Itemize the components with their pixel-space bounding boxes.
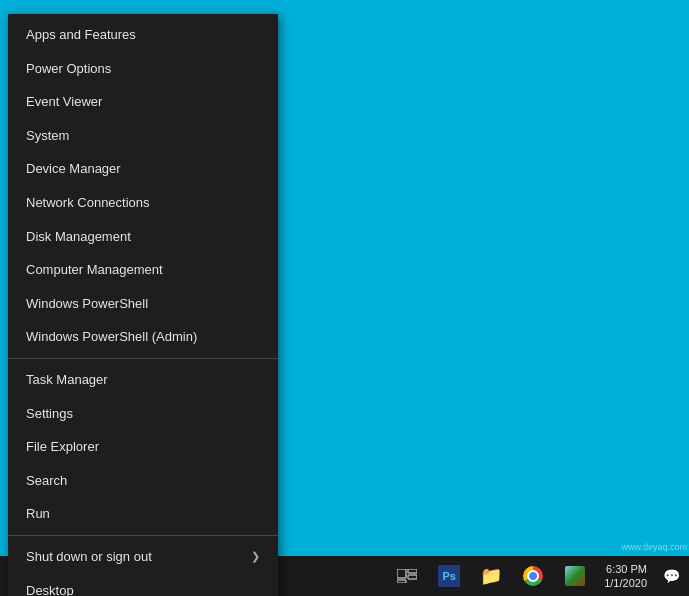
file-explorer-button[interactable]: 📁 (470, 557, 512, 595)
task-view-icon (397, 569, 417, 583)
watermark: www.deyaq.com (621, 542, 687, 552)
menu-item-windows-powershell[interactable]: Windows PowerShell (8, 287, 278, 321)
menu-item-desktop[interactable]: Desktop (8, 574, 278, 597)
menu-item-shut-down[interactable]: Shut down or sign out ❯ (8, 540, 278, 574)
folder-icon: 📁 (480, 565, 502, 587)
photos-icon (565, 566, 585, 586)
chrome-icon (523, 566, 543, 586)
taskbar-time: 6:30 PM (606, 562, 647, 576)
menu-item-event-viewer[interactable]: Event Viewer (8, 85, 278, 119)
svg-rect-2 (408, 575, 417, 579)
svg-rect-0 (397, 569, 406, 578)
menu-divider-2 (8, 535, 278, 536)
taskbar-apps: Ps 📁 (386, 557, 596, 595)
menu-item-apps-features[interactable]: Apps and Features (8, 18, 278, 52)
menu-item-file-explorer[interactable]: File Explorer (8, 430, 278, 464)
menu-item-power-options[interactable]: Power Options (8, 52, 278, 86)
notification-button[interactable]: 💬 (657, 557, 685, 595)
menu-item-computer-management[interactable]: Computer Management (8, 253, 278, 287)
chevron-right-icon: ❯ (251, 550, 260, 563)
menu-item-run[interactable]: Run (8, 497, 278, 531)
system-tray: 6:30 PM 1/1/2020 💬 (596, 557, 689, 595)
chrome-button[interactable] (512, 557, 554, 595)
desktop: Apps and Features Power Options Event Vi… (0, 0, 689, 596)
photoshop-button[interactable]: Ps (428, 557, 470, 595)
context-menu: Apps and Features Power Options Event Vi… (8, 14, 278, 596)
menu-item-device-manager[interactable]: Device Manager (8, 152, 278, 186)
photoshop-icon: Ps (438, 565, 460, 587)
photos-button[interactable] (554, 557, 596, 595)
svg-rect-1 (408, 569, 417, 573)
svg-rect-3 (397, 580, 406, 583)
menu-item-windows-powershell-admin[interactable]: Windows PowerShell (Admin) (8, 320, 278, 354)
menu-item-task-manager[interactable]: Task Manager (8, 363, 278, 397)
task-view-button[interactable] (386, 557, 428, 595)
menu-item-search[interactable]: Search (8, 464, 278, 498)
menu-item-settings[interactable]: Settings (8, 397, 278, 431)
menu-item-system[interactable]: System (8, 119, 278, 153)
taskbar-date: 1/1/2020 (604, 576, 647, 590)
taskbar-clock[interactable]: 6:30 PM 1/1/2020 (596, 562, 655, 591)
menu-item-network-connections[interactable]: Network Connections (8, 186, 278, 220)
menu-item-disk-management[interactable]: Disk Management (8, 220, 278, 254)
menu-divider-1 (8, 358, 278, 359)
